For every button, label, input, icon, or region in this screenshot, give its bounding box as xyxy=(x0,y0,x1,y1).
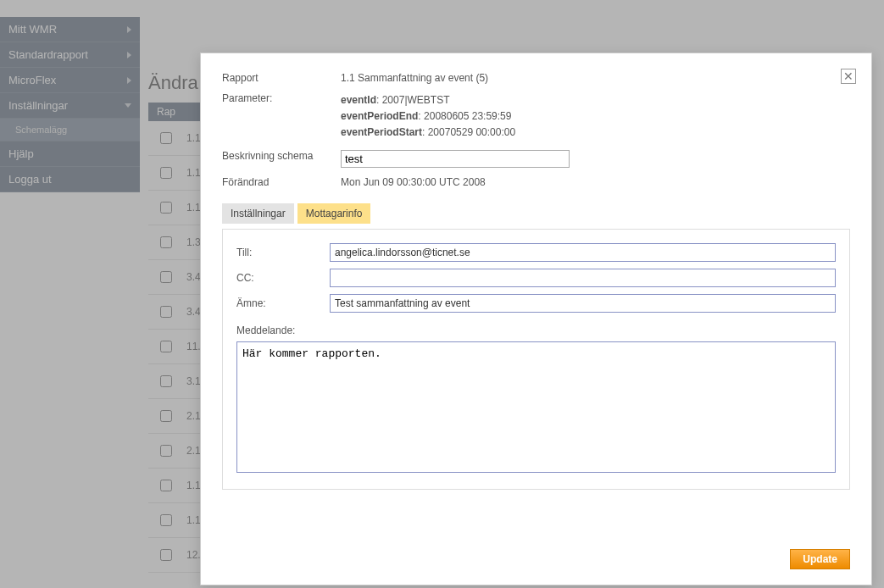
tab-installningar[interactable]: Inställningar xyxy=(222,203,294,224)
rapport-value: 1.1 Sammanfattning av event (5) xyxy=(341,72,850,84)
param-eventperiodend-label: eventPeriodEnd xyxy=(341,110,418,122)
edit-schedule-dialog: ✕ Rapport 1.1 Sammanfattning av event (5… xyxy=(200,53,872,585)
cc-label: CC: xyxy=(236,272,330,284)
param-eventperiodend-value: : 20080605 23:59:59 xyxy=(418,110,511,122)
till-label: Till: xyxy=(236,247,330,258)
param-eventid-value: : 2007|WEBTST xyxy=(376,94,449,106)
parameter-values: eventId: 2007|WEBTST eventPeriodEnd: 200… xyxy=(341,92,850,141)
meddelande-textarea[interactable] xyxy=(236,341,836,473)
forandrad-label: Förändrad xyxy=(222,176,341,188)
forandrad-value: Mon Jun 09 00:30:00 UTC 2008 xyxy=(341,176,850,188)
till-input[interactable] xyxy=(330,243,836,262)
meddelande-label: Meddelande: xyxy=(236,325,836,336)
beskrivning-input[interactable] xyxy=(341,150,570,168)
amne-input[interactable] xyxy=(330,294,836,313)
dialog-info: Rapport 1.1 Sammanfattning av event (5) … xyxy=(222,72,850,188)
tab-mottagarinfo[interactable]: Mottagarinfo xyxy=(297,203,371,224)
rapport-label: Rapport xyxy=(222,72,341,84)
update-button[interactable]: Update xyxy=(790,549,850,569)
parameter-label: Parameter: xyxy=(222,92,341,104)
dialog-tabs: Inställningar Mottagarinfo xyxy=(222,203,850,224)
param-eventid-label: eventId xyxy=(341,94,376,106)
cc-input[interactable] xyxy=(330,269,836,287)
param-eventperiodstart-label: eventPeriodStart xyxy=(341,126,422,138)
param-eventperiodstart-value: : 20070529 00:00:00 xyxy=(422,126,515,138)
recipient-form: Till: CC: Ämne: Meddelande: xyxy=(222,229,850,490)
beskrivning-label: Beskrivning schema xyxy=(222,150,341,162)
amne-label: Ämne: xyxy=(236,297,330,309)
close-icon[interactable]: ✕ xyxy=(841,69,856,84)
